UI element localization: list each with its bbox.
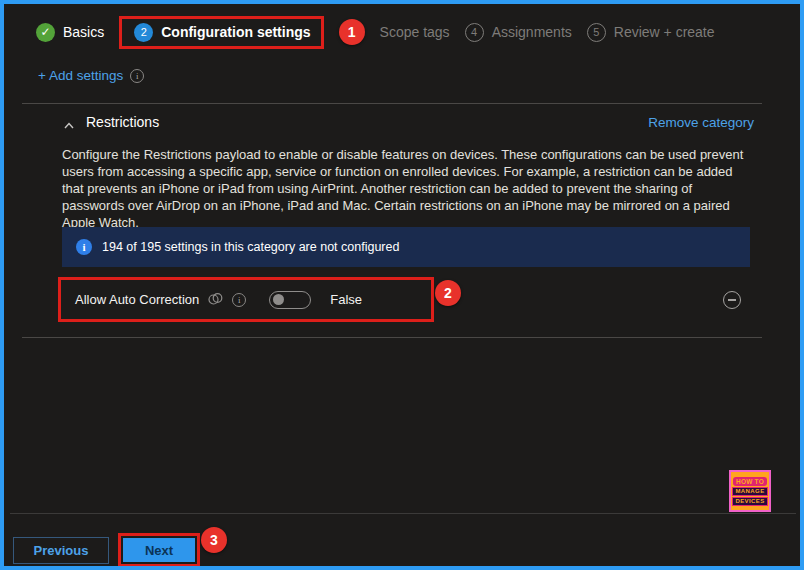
divider [22, 103, 762, 104]
footer-divider [10, 513, 796, 514]
logo-line3: DEVICES [732, 497, 767, 506]
info-icon[interactable]: i [130, 69, 144, 83]
category-description: Configure the Restrictions payload to en… [62, 146, 756, 231]
completed-check-icon: ✓ [36, 23, 55, 42]
howtomanagedevices-logo: HOW TO MANAGE DEVICES [729, 470, 771, 512]
logo-line2: MANAGE [732, 487, 767, 496]
step-basics[interactable]: ✓ Basics [36, 23, 104, 42]
next-button[interactable]: Next [123, 538, 195, 562]
annotation-callout-1: 1 [339, 19, 365, 45]
remove-category-link[interactable]: Remove category [648, 115, 754, 130]
info-banner: i 194 of 195 settings in this category a… [62, 227, 750, 267]
step-label-review-create: Review + create [614, 24, 715, 40]
annotation-box-setting-row: Allow Auto Correction i False [58, 277, 434, 322]
annotation-box-active-step: 2 Configuration settings [119, 16, 323, 49]
add-settings-link[interactable]: + Add settings [38, 68, 123, 83]
setting-label: Allow Auto Correction [75, 292, 199, 307]
chevron-up-icon[interactable] [64, 117, 74, 127]
step-label-scope-tags: Scope tags [380, 24, 450, 40]
toggle-knob [273, 294, 284, 305]
info-banner-icon: i [76, 239, 92, 255]
applicability-icon[interactable] [208, 293, 223, 306]
step-scope-tags[interactable]: Scope tags [380, 24, 450, 40]
info-banner-text: 194 of 195 settings in this category are… [102, 240, 399, 254]
previous-button[interactable]: Previous [13, 537, 109, 564]
annotation-callout-2: 2 [435, 280, 461, 306]
setting-info-icon[interactable]: i [232, 293, 246, 307]
setting-toggle-off[interactable] [269, 291, 311, 309]
divider [22, 337, 762, 338]
step-assignments[interactable]: 4 Assignments [465, 23, 572, 42]
category-header: Restrictions Remove category [64, 114, 754, 130]
setting-value: False [330, 292, 362, 307]
annotation-callout-3: 3 [201, 527, 227, 553]
step-number-icon: 2 [134, 23, 153, 42]
remove-setting-icon[interactable] [723, 291, 741, 309]
step-label-assignments: Assignments [492, 24, 572, 40]
intune-wizard-window: ✓ Basics 2 Configuration settings 1 Scop… [0, 0, 804, 570]
step-review-create[interactable]: 5 Review + create [587, 23, 715, 42]
step-configuration-settings[interactable]: 2 Configuration settings [134, 23, 310, 42]
step-number-icon: 5 [587, 23, 606, 42]
add-settings-row: + Add settings i [38, 68, 144, 83]
logo-line1: HOW TO [733, 477, 767, 486]
step-label-basics: Basics [63, 24, 104, 40]
category-title: Restrictions [86, 114, 159, 130]
wizard-step-bar: ✓ Basics 2 Configuration settings 1 Scop… [36, 14, 715, 50]
annotation-box-next-button: Next [118, 533, 200, 567]
step-number-icon: 4 [465, 23, 484, 42]
step-label-configuration-settings: Configuration settings [161, 24, 310, 40]
